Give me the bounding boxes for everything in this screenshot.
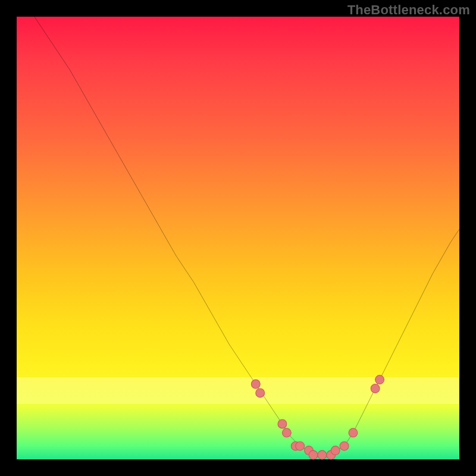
curve-marker (282, 428, 291, 437)
watermark-text: TheBottleneck.com (347, 2, 470, 18)
plot-area (17, 17, 459, 459)
curve-marker (309, 450, 318, 459)
curve-marker (318, 450, 327, 459)
curve-marker (278, 419, 287, 428)
curve-marker (375, 375, 384, 384)
curve-markers (251, 375, 384, 459)
curve-marker (256, 389, 265, 397)
chart-svg (17, 17, 459, 459)
curve-marker (251, 380, 260, 389)
curve-marker (371, 384, 380, 393)
curve-marker (296, 441, 305, 450)
bottleneck-curve (35, 17, 459, 455)
curve-marker (340, 441, 349, 450)
chart-frame: TheBottleneck.com (0, 0, 476, 476)
curve-marker (331, 446, 340, 455)
curve-marker (349, 428, 358, 437)
